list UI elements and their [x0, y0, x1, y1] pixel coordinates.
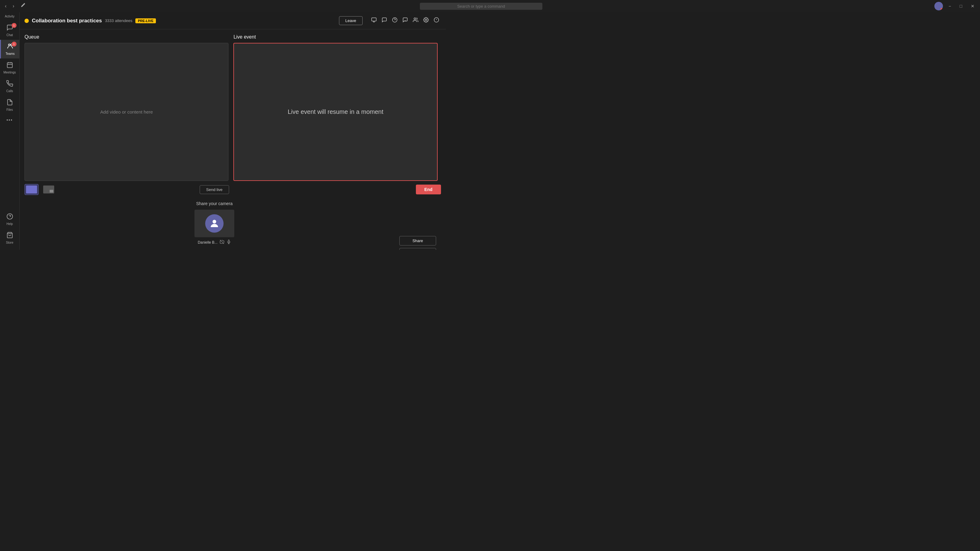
queue-placeholder: Add video or content here — [100, 109, 153, 114]
sidebar-item-label: Store — [6, 241, 13, 244]
camera-user-name: Danielle B... — [198, 240, 218, 245]
main-content: Collaboration best practices 3333 attend… — [20, 12, 446, 250]
queue-box[interactable]: Add video or content here — [24, 43, 229, 181]
svg-point-17 — [425, 19, 427, 21]
toolbar-icons — [369, 16, 441, 25]
sidebar-item-label: Files — [6, 108, 13, 111]
attendee-count: 3333 attendees — [105, 18, 133, 23]
search-input[interactable] — [420, 3, 446, 10]
panels-row: Queue Add video or content here Live eve… — [24, 34, 441, 181]
sidebar-item-calls[interactable]: Calls — [0, 77, 20, 96]
sidebar-item-label: Teams — [5, 52, 14, 56]
svg-line-22 — [220, 240, 224, 244]
camera-preview — [194, 210, 234, 237]
live-event-title: Live event — [233, 34, 438, 40]
sidebar-item-files[interactable]: Files — [0, 96, 20, 114]
teams-badge: 1 — [12, 41, 16, 46]
svg-point-21 — [213, 220, 216, 224]
sidebar-item-label: Calls — [6, 89, 13, 93]
sidebar-bottom-nav: Help Store — [0, 210, 20, 247]
sidebar-item-chat[interactable]: Chat 1 — [0, 21, 20, 40]
end-button[interactable]: End — [416, 184, 441, 194]
prelive-badge: PRE-LIVE — [135, 18, 156, 23]
title-bar: ‹ › − □ ✕ — [0, 0, 446, 12]
qa-icon[interactable] — [390, 16, 399, 25]
files-icon — [6, 99, 13, 108]
lower-section: Share your camera Danielle B... — [24, 196, 441, 245]
back-button[interactable]: ‹ — [2, 2, 9, 10]
camera-actions: Share Mute all — [399, 221, 436, 250]
content-area: Queue Add video or content here Live eve… — [20, 29, 446, 250]
sidebar-item-teams[interactable]: Teams 1 — [0, 40, 20, 59]
share-screen-icon[interactable] — [369, 16, 379, 25]
mute-all-button[interactable]: Mute all — [399, 248, 436, 250]
calendar-icon — [6, 62, 13, 70]
camera-section: Share your camera Danielle B... — [194, 201, 234, 245]
camera-mic-icon — [227, 240, 231, 245]
reactions-icon[interactable] — [401, 16, 410, 25]
sidebar-nav: Activity 2 Chat 1 Teams 1 Meetings — [0, 2, 20, 210]
sidebar-item-store[interactable]: Store — [0, 229, 20, 247]
info-icon[interactable] — [432, 16, 441, 25]
store-icon — [6, 232, 13, 240]
queue-panel: Queue Add video or content here — [24, 34, 229, 181]
help-icon — [6, 213, 13, 222]
send-live-button[interactable]: Send live — [200, 185, 229, 194]
live-panel: Live event Live event will resume in a m… — [233, 34, 438, 181]
camera-video-icon — [220, 240, 224, 245]
nav-controls: ‹ › — [0, 2, 28, 10]
live-box: Live event will resume in a moment — [233, 43, 438, 181]
queue-title: Queue — [24, 34, 229, 40]
sidebar-item-label: Help — [6, 222, 13, 225]
sidebar-item-meetings[interactable]: Meetings — [0, 59, 20, 77]
more-icon: ••• — [6, 118, 13, 122]
phone-icon — [6, 80, 13, 89]
layout-single-button[interactable] — [24, 184, 38, 195]
camera-title: Share your camera — [196, 201, 232, 206]
sidebar-item-label: Meetings — [3, 71, 16, 74]
chat-badge: 1 — [12, 23, 16, 28]
event-header: Collaboration best practices 3333 attend… — [20, 12, 446, 29]
forward-button[interactable]: › — [10, 2, 16, 10]
compose-button[interactable] — [18, 2, 28, 10]
sidebar: Activity 2 Chat 1 Teams 1 Meetings — [0, 0, 20, 250]
layout-single-icon — [26, 186, 37, 194]
sidebar-item-more[interactable]: ••• — [0, 114, 20, 126]
bottom-controls: Send live End — [24, 181, 441, 196]
svg-point-16 — [414, 18, 416, 20]
svg-rect-9 — [372, 18, 376, 21]
svg-point-0 — [9, 44, 10, 46]
sidebar-item-label: Chat — [6, 33, 13, 37]
sidebar-item-help[interactable]: Help — [0, 210, 20, 229]
leave-button[interactable]: Leave — [339, 16, 363, 25]
bottom-row: Share your camera Danielle B... — [29, 196, 436, 245]
layout-pip-icon — [43, 186, 54, 194]
attendees-icon[interactable] — [411, 16, 420, 25]
sidebar-item-label: Activity — [5, 15, 15, 18]
status-dot — [24, 19, 29, 23]
event-title: Collaboration best practices — [32, 18, 102, 24]
settings-icon[interactable] — [422, 16, 431, 25]
layout-pip-button[interactable] — [41, 184, 56, 195]
camera-avatar — [205, 214, 224, 233]
chat-panel-icon[interactable] — [380, 16, 389, 25]
share-button[interactable]: Share — [399, 236, 436, 246]
svg-rect-2 — [7, 63, 12, 68]
live-event-message: Live event will resume in a moment — [288, 108, 383, 115]
